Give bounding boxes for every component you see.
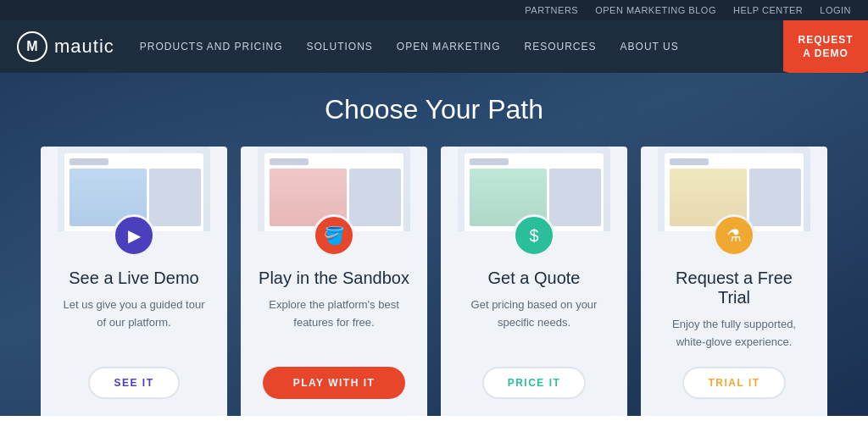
trial-card: ⚗ Request a Free Trial Enjoy the fully s… xyxy=(641,147,827,416)
price-it-button[interactable]: PRICE IT xyxy=(482,367,587,399)
quote-icon: $ xyxy=(529,227,538,244)
quote-title: Get a Quote xyxy=(488,269,581,288)
trial-desc: Enjoy the fully supported, white-glove e… xyxy=(658,316,810,352)
sandbox-desc: Explore the platform's best features for… xyxy=(258,296,410,352)
play-with-it-button[interactable]: PLAY WITH IT xyxy=(263,367,406,399)
trial-icon-circle: ⚗ xyxy=(713,214,755,257)
sandbox-title: Play in the Sandbox xyxy=(259,269,409,288)
play-icon: ▶ xyxy=(128,227,141,244)
sandbox-card: 🪣 Play in the Sandbox Explore the platfo… xyxy=(241,147,427,416)
trial-icon: ⚗ xyxy=(726,227,742,244)
trial-title: Request a Free Trial xyxy=(658,269,810,307)
live-demo-title: See a Live Demo xyxy=(69,269,198,288)
see-it-button[interactable]: SEE IT xyxy=(88,367,179,399)
login-link[interactable]: LOGIN xyxy=(820,5,851,15)
open-marketing-link[interactable]: OPEN MARKETING xyxy=(397,41,501,53)
trial-it-button[interactable]: TRIAL IT xyxy=(682,367,785,399)
help-link[interactable]: HELP CENTER xyxy=(733,5,803,15)
top-bar: PARTNERS OPEN MARKETING BLOG HELP CENTER… xyxy=(0,0,868,20)
about-us-link[interactable]: ABOUT US xyxy=(620,41,679,53)
quote-icon-circle: $ xyxy=(513,214,555,257)
hero-section: Choose Your Path ▶ See a Live Demo Let u… xyxy=(0,73,868,416)
main-nav: M mautic PRODUCTS AND PRICING SOLUTIONS … xyxy=(0,20,868,73)
sandbox-icon-circle: 🪣 xyxy=(313,214,355,257)
logo-text: mautic xyxy=(54,36,114,58)
products-link[interactable]: PRODUCTS AND PRICING xyxy=(140,41,283,53)
solutions-link[interactable]: SOLUTIONS xyxy=(306,41,372,53)
nav-links: PRODUCTS AND PRICING SOLUTIONS OPEN MARK… xyxy=(140,41,679,53)
cards-row: ▶ See a Live Demo Let us give you a guid… xyxy=(34,147,834,416)
partners-link[interactable]: PARTNERS xyxy=(525,5,578,15)
resources-link[interactable]: RESOURCES xyxy=(525,41,597,53)
live-demo-card: ▶ See a Live Demo Let us give you a guid… xyxy=(41,147,227,416)
sandbox-icon: 🪣 xyxy=(324,227,345,244)
hero-title: Choose Your Path xyxy=(34,94,834,125)
logo[interactable]: M mautic xyxy=(17,31,114,62)
quote-desc: Get pricing based on your specific needs… xyxy=(458,296,610,352)
quote-card: $ Get a Quote Get pricing based on your … xyxy=(441,147,627,416)
request-demo-label: REQUESTA DEMO xyxy=(798,34,854,60)
blog-link[interactable]: OPEN MARKETING BLOG xyxy=(595,5,716,15)
live-demo-desc: Let us give you a guided tour of our pla… xyxy=(58,296,210,352)
logo-icon: M xyxy=(17,31,47,62)
play-icon-circle: ▶ xyxy=(113,214,155,257)
